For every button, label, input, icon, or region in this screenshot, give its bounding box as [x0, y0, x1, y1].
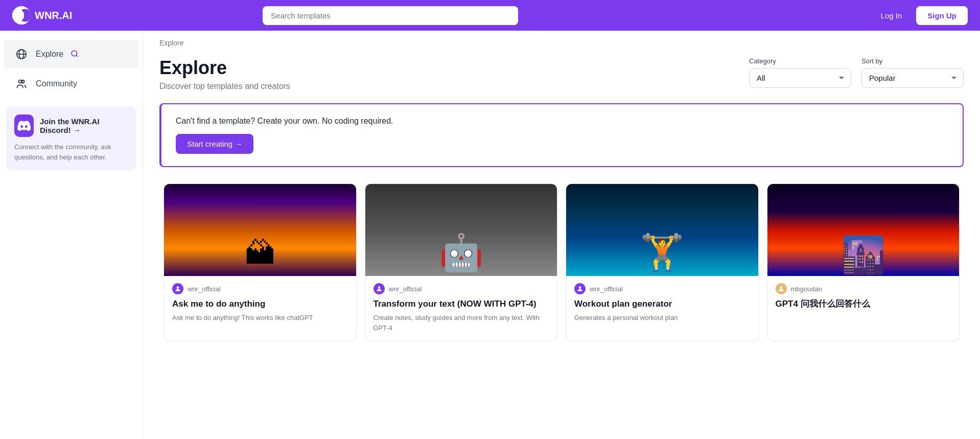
- sort-label: Sort by: [861, 57, 964, 65]
- svg-point-0: [13, 9, 25, 21]
- search-bar: [263, 6, 518, 25]
- create-template-banner: Can't find a template? Create your own. …: [159, 103, 964, 167]
- sidebar-community-label: Community: [36, 79, 77, 88]
- svg-point-6: [72, 51, 77, 56]
- avatar: [172, 283, 183, 294]
- template-image-city: [767, 184, 960, 276]
- template-author: wnr_official: [374, 283, 549, 294]
- template-info: wnr_official Transform your text (NOW WI…: [365, 276, 557, 341]
- community-icon: [14, 77, 29, 91]
- logo-icon: W: [12, 6, 31, 25]
- template-author: wnr_official: [574, 283, 750, 294]
- category-select[interactable]: All Writing Code Image Data Education: [749, 68, 851, 88]
- avatar: [776, 283, 787, 294]
- discord-card[interactable]: Join the WNR.AI Discord! → Connect with …: [6, 106, 136, 170]
- template-image-robot: [365, 184, 557, 276]
- header-actions: Log In Sign Up: [875, 6, 968, 25]
- sidebar-item-explore[interactable]: Explore: [4, 40, 138, 68]
- svg-point-13: [780, 286, 782, 289]
- search-icon: [71, 50, 79, 59]
- app-header: W WNR.AI Log In Sign Up: [0, 0, 980, 31]
- page-layout: Explore Community: [0, 31, 980, 439]
- search-input[interactable]: [263, 6, 518, 25]
- svg-text:W: W: [14, 12, 20, 19]
- explore-subtitle: Discover top templates and creators: [159, 82, 290, 91]
- template-grid: wnr_official Ask me to do anything Ask m…: [159, 179, 964, 362]
- svg-point-11: [378, 286, 380, 289]
- sidebar-explore-label: Explore: [36, 50, 63, 59]
- sidebar-item-community[interactable]: Community: [4, 70, 138, 98]
- template-info: mbgoudan GPT4 问我什么回答什么: [767, 276, 960, 321]
- svg-point-10: [177, 286, 179, 289]
- author-name: wnr_official: [590, 285, 623, 293]
- main-content: Explore Explore Discover top templates a…: [143, 31, 980, 439]
- logo[interactable]: W WNR.AI: [12, 6, 72, 25]
- avatar: [574, 283, 586, 294]
- template-card[interactable]: wnr_official Workout plan generator Gene…: [566, 183, 759, 341]
- template-info: wnr_official Ask me to do anything Ask m…: [164, 276, 356, 331]
- svg-line-7: [76, 55, 78, 57]
- discord-title: Join the WNR.AI Discord! →: [40, 117, 128, 134]
- template-description: Create notes, study guides and more from…: [374, 313, 549, 333]
- template-author: wnr_official: [172, 283, 348, 294]
- author-name: wnr_official: [389, 285, 422, 293]
- template-card[interactable]: wnr_official Ask me to do anything Ask m…: [164, 183, 357, 341]
- template-card[interactable]: mbgoudan GPT4 问我什么回答什么: [767, 183, 960, 341]
- template-description: Generates a personal workout plan: [574, 313, 750, 323]
- template-title: Workout plan generator: [574, 298, 750, 310]
- template-description: Ask me to do anything! This works like c…: [172, 313, 348, 323]
- filter-section: Category All Writing Code Image Data Edu…: [749, 57, 964, 88]
- breadcrumb: Explore: [143, 31, 980, 47]
- category-filter-group: Category All Writing Code Image Data Edu…: [749, 57, 851, 88]
- sidebar: Explore Community: [0, 31, 143, 439]
- logo-text: WNR.AI: [35, 10, 72, 21]
- discord-header: Join the WNR.AI Discord! →: [14, 114, 128, 137]
- svg-point-12: [579, 286, 581, 289]
- template-image-gym: [566, 184, 758, 276]
- banner-text: Can't find a template? Create your own. …: [176, 117, 948, 126]
- signup-button[interactable]: Sign Up: [916, 6, 968, 25]
- login-button[interactable]: Log In: [875, 7, 908, 24]
- category-label: Category: [749, 57, 851, 65]
- template-title: GPT4 问我什么回答什么: [776, 298, 951, 310]
- sort-filter-group: Sort by Popular Newest Most Used: [861, 57, 964, 88]
- globe-icon: [14, 47, 29, 61]
- start-creating-button[interactable]: Start creating →: [176, 134, 253, 154]
- template-image-mountain: [164, 184, 356, 276]
- template-author: mbgoudan: [776, 283, 951, 294]
- discord-description: Connect with the community, ask question…: [14, 142, 128, 162]
- avatar: [374, 283, 385, 294]
- explore-title-section: Explore Discover top templates and creat…: [159, 57, 290, 91]
- author-name: mbgoudan: [791, 285, 822, 293]
- explore-header: Explore Discover top templates and creat…: [143, 47, 980, 103]
- template-title: Transform your text (NOW WITH GPT-4): [374, 298, 549, 310]
- template-info: wnr_official Workout plan generator Gene…: [566, 276, 758, 331]
- explore-title: Explore: [159, 57, 290, 79]
- sort-select[interactable]: Popular Newest Most Used: [861, 68, 964, 88]
- author-name: wnr_official: [188, 285, 221, 293]
- template-title: Ask me to do anything: [172, 298, 348, 310]
- discord-avatar: [14, 114, 34, 137]
- svg-point-1: [18, 9, 30, 21]
- template-card[interactable]: wnr_official Transform your text (NOW WI…: [365, 183, 558, 341]
